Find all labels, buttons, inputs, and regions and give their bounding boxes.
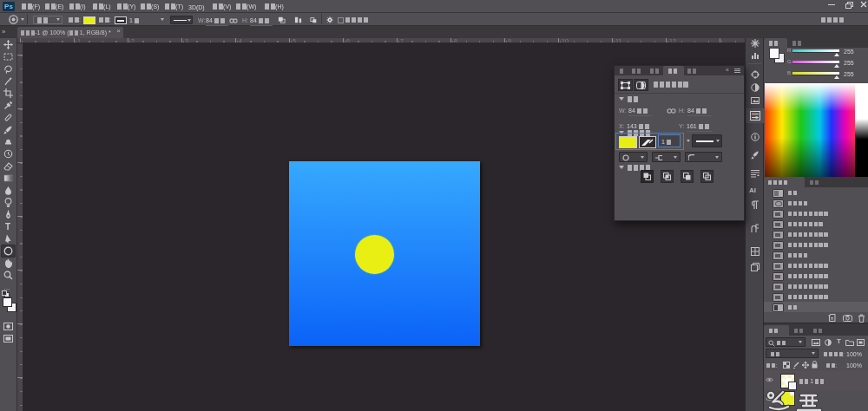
svg-text:T: T: [5, 222, 10, 232]
